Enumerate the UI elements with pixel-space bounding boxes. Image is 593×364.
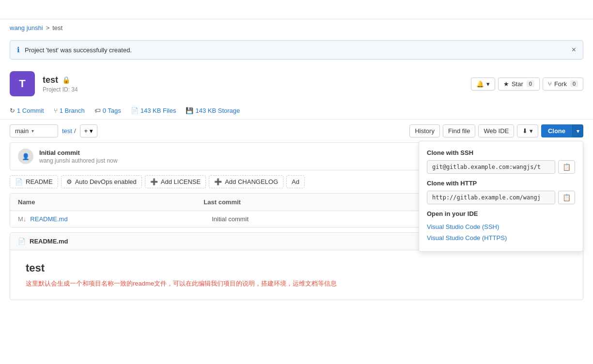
star-label: Star — [512, 80, 523, 88]
breadcrumb-separator: > — [46, 24, 50, 31]
star-count: 0 — [527, 80, 534, 87]
path-nav: test / — [62, 127, 76, 135]
more-action-button[interactable]: Ad — [286, 175, 305, 188]
readme-header-icon: 📄 — [18, 238, 26, 245]
tag-icon: 🏷 — [94, 107, 101, 114]
http-clone-title: Clone with HTTP — [427, 180, 575, 187]
breadcrumb-repo: test — [52, 24, 62, 31]
commit-icon: ↻ — [10, 107, 15, 114]
changelog-label: Add CHANGELOG — [225, 178, 278, 185]
ssh-clone-input[interactable] — [427, 160, 555, 174]
files-stat: 📄 143 KB Files — [131, 107, 176, 114]
path-separator: / — [74, 127, 76, 135]
page-wrapper: wang junshi > test ℹ Project 'test' was … — [0, 19, 593, 364]
readme-content: test 这里默认会生成一个和项目名称一致的readme文件，可以在此编辑我们项… — [10, 250, 583, 300]
commit-author: wang junshi — [39, 157, 70, 164]
devops-label: Auto DevOps enabled — [75, 178, 137, 185]
branches-count: 1 Branch — [60, 107, 85, 114]
download-icon: ⬇ — [522, 127, 528, 135]
http-clone-row: 📋 — [427, 191, 575, 204]
license-icon: ➕ — [150, 178, 158, 185]
storage-icon: 💾 — [186, 107, 193, 114]
commits-stat[interactable]: ↻ 1 Commit — [10, 107, 44, 114]
fork-label: Fork — [554, 80, 567, 88]
commit-time: authored just now — [72, 157, 118, 164]
path-repo[interactable]: test — [62, 127, 72, 135]
info-icon: ℹ — [17, 46, 20, 54]
find-file-button[interactable]: Find file — [443, 124, 476, 137]
readme-label: README — [26, 178, 53, 185]
storage-size: 143 KB Storage — [195, 107, 240, 114]
readme-header-title: README.md — [30, 238, 68, 245]
add-file-button[interactable]: + ▾ — [80, 124, 98, 137]
fork-icon: ⑂ — [548, 80, 552, 88]
star-button[interactable]: ★ Star 0 — [498, 77, 540, 91]
top-nav — [0, 0, 593, 19]
add-icon: + — [84, 127, 88, 135]
files-size: 143 KB Files — [140, 107, 176, 114]
branch-selector[interactable]: main ▾ — [10, 124, 58, 137]
branch-icon: ⑂ — [54, 107, 58, 114]
toolbar: main ▾ test / + ▾ History Find file Web … — [0, 120, 593, 142]
branch-name: main — [15, 127, 29, 135]
files-icon: 📄 — [131, 107, 139, 114]
notification-message: Project 'test' was successfully created. — [25, 46, 132, 54]
project-title: test — [43, 75, 58, 85]
license-label: Add LICENSE — [161, 178, 201, 185]
commit-avatar: 👤 — [18, 149, 33, 164]
changelog-action-button[interactable]: ➕ Add CHANGELOG — [209, 175, 283, 188]
commits-count: 1 Commit — [17, 107, 44, 114]
license-action-button[interactable]: ➕ Add LICENSE — [145, 175, 206, 188]
readme-content-title: test — [26, 262, 567, 274]
ssh-clone-row: 📋 — [427, 160, 575, 174]
branches-stat[interactable]: ⑂ 1 Branch — [54, 107, 85, 114]
download-chevron: ▾ — [530, 127, 533, 135]
breadcrumb-user[interactable]: wang junshi — [10, 24, 43, 31]
http-clone-input[interactable] — [427, 191, 555, 204]
devops-icon: ⚙ — [66, 178, 72, 185]
storage-stat: 💾 143 KB Storage — [186, 107, 240, 114]
readme-description: 这里默认会生成一个和项目名称一致的readme文件，可以在此编辑我们项目的说明，… — [26, 279, 567, 288]
clone-arrow-button[interactable]: ▾ — [572, 124, 583, 137]
http-copy-button[interactable]: 📋 — [558, 191, 575, 204]
clone-dropdown: Clone with SSH 📋 Clone with HTTP 📋 Open … — [419, 141, 583, 252]
bell-icon: 🔔 — [476, 80, 484, 88]
tags-count: 0 Tags — [103, 107, 121, 114]
readme-icon: 📄 — [15, 178, 23, 185]
ssh-copy-button[interactable]: 📋 — [558, 160, 575, 174]
col-name-header: Name — [18, 198, 203, 206]
changelog-icon: ➕ — [214, 178, 222, 185]
download-button[interactable]: ⬇ ▾ — [517, 124, 538, 137]
close-notification-button[interactable]: × — [572, 46, 576, 54]
devops-action-button[interactable]: ⚙ Auto DevOps enabled — [61, 175, 142, 188]
history-button[interactable]: History — [409, 124, 439, 137]
ide-option-ssh[interactable]: Visual Studio Code (SSH) — [427, 221, 575, 232]
project-actions: 🔔 ▾ ★ Star 0 ⑂ Fork 0 — [471, 77, 583, 91]
breadcrumb: wang junshi > test — [0, 19, 593, 36]
clone-button-group: Clone ▾ — [541, 124, 583, 137]
stats-bar: ↻ 1 Commit ⑂ 1 Branch 🏷 0 Tags 📄 143 KB … — [0, 104, 593, 120]
avatar-icon: 👤 — [22, 153, 30, 160]
open-ide-title: Open in your IDE — [427, 210, 575, 217]
more-label: Ad — [292, 178, 299, 185]
clone-button[interactable]: Clone — [541, 124, 572, 137]
toolbar-right: History Find file Web IDE ⬇ ▾ Clone ▾ — [409, 124, 583, 137]
web-ide-button[interactable]: Web IDE — [478, 124, 514, 137]
fork-count: 0 — [570, 80, 578, 87]
file-type-icon: M↓ — [18, 215, 26, 223]
star-icon: ★ — [503, 80, 509, 88]
project-header: T test 🔒 Project ID: 34 🔔 ▾ ★ Star 0 ⑂ F… — [0, 63, 593, 104]
branch-chevron: ▾ — [31, 128, 34, 134]
add-chevron: ▾ — [90, 127, 93, 135]
tags-stat[interactable]: 🏷 0 Tags — [94, 107, 121, 114]
project-name: test 🔒 — [43, 75, 463, 85]
project-avatar: T — [10, 71, 35, 96]
fork-button[interactable]: ⑂ Fork 0 — [543, 77, 583, 91]
notification-banner: ℹ Project 'test' was successfully create… — [10, 40, 583, 60]
notifications-chevron: ▾ — [486, 80, 490, 88]
ide-option-https[interactable]: Visual Studio Code (HTTPS) — [427, 232, 575, 243]
notifications-button[interactable]: 🔔 ▾ — [471, 77, 495, 91]
toolbar-container: 我们将项目地址克隆下来，如果我们本地git与远程建立了SSH安全密钥， 可选择S… — [0, 120, 593, 142]
readme-action-button[interactable]: 📄 README — [10, 175, 58, 188]
file-name-link[interactable]: README.md — [30, 215, 212, 223]
